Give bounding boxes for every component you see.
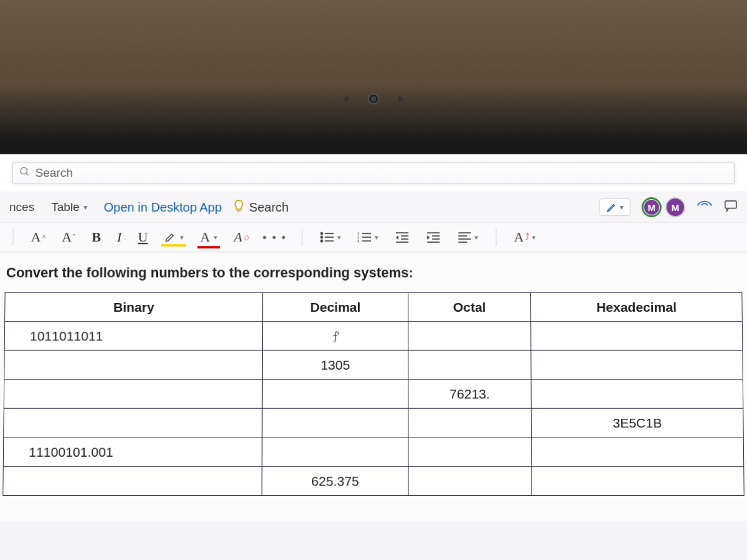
font-color-letter: A bbox=[200, 229, 210, 245]
bold-button[interactable]: B bbox=[89, 228, 103, 246]
cell-decimal[interactable] bbox=[263, 380, 408, 409]
highlight-button[interactable]: ▾ bbox=[161, 230, 186, 245]
chevron-down-icon: ▾ bbox=[214, 233, 218, 241]
cell-decimal[interactable] bbox=[262, 437, 408, 467]
chevron-down-icon: ▾ bbox=[337, 233, 341, 241]
laptop-webcam bbox=[344, 93, 403, 105]
cell-hex[interactable]: 3E5C1B bbox=[532, 408, 744, 437]
document-body[interactable]: Convert the following numbers to the cor… bbox=[0, 252, 747, 521]
grow-font-button[interactable]: A^ bbox=[28, 228, 48, 246]
table-row[interactable]: 3E5C1B bbox=[4, 408, 744, 437]
bullet-list-button[interactable]: ▾ bbox=[317, 230, 344, 245]
col-decimal: Decimal bbox=[263, 292, 408, 321]
cell-decimal[interactable] bbox=[262, 408, 408, 437]
styles-button[interactable]: A⤴ ▾ bbox=[512, 228, 538, 246]
cell-decimal[interactable]: ꝭ bbox=[263, 322, 408, 350]
decrease-indent-button[interactable] bbox=[392, 230, 412, 245]
col-octal: Octal bbox=[408, 292, 530, 321]
table-row[interactable]: 76213. bbox=[4, 380, 743, 409]
presence-avatars: M M bbox=[642, 197, 685, 217]
increase-indent-button[interactable] bbox=[423, 230, 443, 245]
cell-binary[interactable] bbox=[4, 408, 263, 437]
document-heading: Convert the following numbers to the cor… bbox=[6, 264, 742, 281]
clear-formatting-button[interactable]: A◇ bbox=[232, 228, 251, 246]
table-row[interactable]: 1305 bbox=[4, 350, 743, 380]
underline-button[interactable]: U bbox=[135, 228, 150, 246]
svg-line-1 bbox=[26, 173, 29, 175]
cell-decimal[interactable]: 625.375 bbox=[262, 467, 408, 496]
tab-table[interactable]: Table ▾ bbox=[45, 197, 93, 217]
catch-up-button[interactable] bbox=[697, 199, 713, 215]
italic-button[interactable]: I bbox=[115, 228, 125, 246]
cell-hex[interactable] bbox=[531, 322, 743, 350]
tell-me-label: Search bbox=[249, 200, 289, 215]
text-cursor: ꝭ bbox=[332, 329, 339, 343]
cell-octal[interactable] bbox=[408, 437, 532, 467]
open-in-desktop-button[interactable]: Open in Desktop App bbox=[104, 200, 222, 215]
avatar-initial: M bbox=[671, 202, 679, 213]
svg-rect-3 bbox=[725, 200, 736, 208]
chevron-down-icon: ▾ bbox=[83, 203, 87, 212]
chevron-down-icon: ▾ bbox=[181, 233, 184, 241]
cell-octal[interactable]: 76213. bbox=[408, 380, 532, 409]
align-button[interactable]: ▾ bbox=[454, 230, 481, 245]
lightbulb-icon bbox=[233, 199, 244, 216]
chevron-down-icon: ▾ bbox=[532, 233, 536, 241]
cell-octal[interactable] bbox=[408, 322, 532, 350]
search-icon bbox=[19, 166, 31, 180]
table-row[interactable]: 625.375 bbox=[3, 467, 744, 496]
cell-binary[interactable]: 1011011011 bbox=[4, 322, 263, 350]
cell-hex[interactable] bbox=[532, 437, 744, 467]
cell-decimal[interactable]: 1305 bbox=[263, 350, 408, 380]
svg-point-0 bbox=[21, 167, 27, 174]
cell-binary[interactable] bbox=[4, 380, 263, 409]
highlighter-icon bbox=[164, 231, 176, 243]
ribbon-formatting-row: A^ Aˇ B I U ▾ A ▾ A◇ • • • ▾ 123 ▾ bbox=[0, 223, 747, 252]
tab-references-partial[interactable]: nces bbox=[9, 200, 34, 214]
cell-binary[interactable] bbox=[3, 467, 263, 496]
chevron-down-icon: ▾ bbox=[474, 233, 478, 241]
pen-icon bbox=[606, 202, 618, 213]
comments-button[interactable] bbox=[724, 200, 738, 215]
table-header-row: Binary Decimal Octal Hexadecimal bbox=[5, 292, 743, 321]
search-bar-container: Search bbox=[0, 154, 747, 192]
avatar-user-1[interactable]: M bbox=[642, 197, 662, 217]
avatar-user-2[interactable]: M bbox=[665, 197, 685, 217]
ribbon-tabs-row: nces Table ▾ Open in Desktop App Search … bbox=[0, 192, 747, 223]
cell-binary[interactable]: 11100101.001 bbox=[3, 437, 262, 467]
more-options-button[interactable]: • • • bbox=[263, 231, 287, 244]
shrink-font-button[interactable]: Aˇ bbox=[59, 228, 78, 246]
editing-mode-dropdown[interactable]: ▾ bbox=[599, 198, 630, 216]
chevron-down-icon: ▾ bbox=[620, 203, 624, 212]
cell-octal[interactable] bbox=[408, 467, 532, 496]
svg-point-8 bbox=[321, 240, 322, 242]
svg-point-4 bbox=[321, 233, 322, 235]
font-color-button[interactable]: A ▾ bbox=[198, 228, 220, 246]
cell-hex[interactable] bbox=[531, 380, 743, 409]
cell-binary[interactable] bbox=[4, 350, 263, 380]
search-placeholder: Search bbox=[35, 166, 73, 180]
col-binary: Binary bbox=[5, 292, 263, 321]
cell-octal[interactable] bbox=[408, 350, 532, 380]
tab-table-label: Table bbox=[51, 200, 80, 214]
cell-octal[interactable] bbox=[408, 408, 532, 437]
col-hex: Hexadecimal bbox=[531, 292, 743, 321]
search-input[interactable]: Search bbox=[12, 162, 735, 184]
cell-hex[interactable] bbox=[531, 350, 743, 380]
cell-hex[interactable] bbox=[532, 467, 744, 496]
numbered-list-button[interactable]: 123 ▾ bbox=[355, 230, 381, 245]
tell-me-search[interactable]: Search bbox=[233, 199, 289, 216]
avatar-initial: M bbox=[644, 200, 659, 215]
chevron-down-icon: ▾ bbox=[375, 233, 378, 241]
table-row[interactable]: 1011011011 ꝭ bbox=[4, 322, 743, 350]
table-row[interactable]: 11100101.001 bbox=[3, 437, 743, 467]
conversion-table[interactable]: Binary Decimal Octal Hexadecimal 1011011… bbox=[2, 292, 744, 496]
svg-text:3: 3 bbox=[357, 239, 360, 243]
svg-point-6 bbox=[321, 236, 322, 238]
laptop-screen: Search nces Table ▾ Open in Desktop App … bbox=[0, 149, 747, 560]
